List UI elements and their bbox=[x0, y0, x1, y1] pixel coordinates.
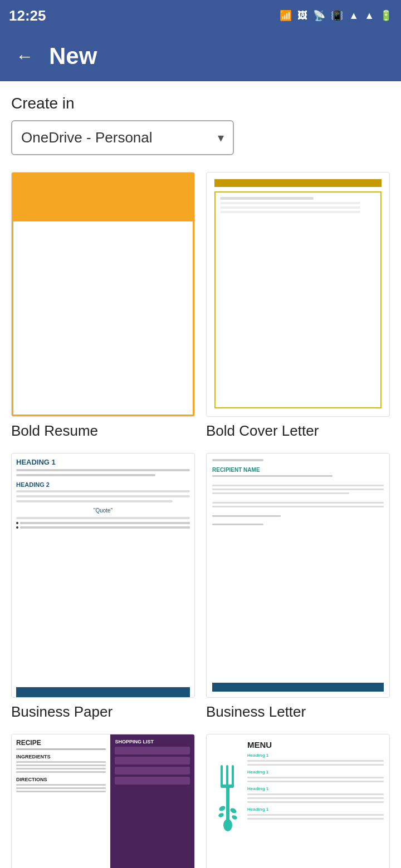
recipe-ing-label: INGREDIENTS bbox=[16, 754, 106, 760]
bl-body-2 bbox=[212, 489, 384, 490]
cover-inner bbox=[214, 191, 382, 408]
bp-line-5 bbox=[16, 500, 173, 502]
business-paper-label: Business Paper bbox=[11, 703, 113, 721]
ri-item2 bbox=[115, 757, 190, 765]
menu-thumb: MENU Heading 1 Heading 1 Heading 1 Headi… bbox=[206, 734, 390, 868]
svg-point-8 bbox=[217, 812, 224, 818]
m-line4 bbox=[247, 781, 384, 782]
m-line5 bbox=[247, 793, 384, 795]
recipe-dir-label: DIRECTIONS bbox=[16, 777, 106, 782]
bl-body-1 bbox=[212, 485, 384, 486]
bold-resume-header bbox=[12, 172, 194, 221]
battery-icon: 🔋 bbox=[380, 9, 392, 22]
bp-heading1: HEADING 1 bbox=[16, 458, 190, 466]
bl-spacer2 bbox=[212, 496, 384, 500]
svg-point-6 bbox=[218, 805, 226, 812]
bp-quote: "Quote" bbox=[16, 507, 190, 514]
r-line1 bbox=[16, 761, 106, 763]
menu-content-area: MENU Heading 1 Heading 1 Heading 1 Headi… bbox=[247, 740, 384, 868]
cover-top-line bbox=[214, 179, 382, 187]
menu-h1-1: Heading 1 bbox=[247, 753, 384, 758]
menu-h1-2: Heading 1 bbox=[247, 770, 384, 775]
status-bar: 12:25 📶 🖼 📡 📳 ▲ ▲ 🔋 bbox=[0, 0, 401, 31]
bl-date bbox=[212, 459, 263, 461]
back-button[interactable]: ← bbox=[11, 44, 38, 69]
svg-rect-0 bbox=[221, 765, 223, 787]
svg-point-7 bbox=[229, 807, 237, 815]
business-paper-thumb: HEADING 1 HEADING 2 "Quote" bbox=[11, 453, 195, 698]
cover-body-line-1 bbox=[220, 202, 360, 204]
template-item-business-paper[interactable]: HEADING 1 HEADING 2 "Quote" bbox=[11, 453, 195, 721]
signal-icon: 📶 bbox=[280, 9, 292, 22]
bp-bullet-line-1 bbox=[20, 522, 190, 524]
recipe-left: RECIPE INGREDIENTS DIRECTIONS bbox=[12, 734, 110, 868]
recipe-subtitle bbox=[16, 748, 106, 750]
main-content: Create in OneDrive - Personal ▾ Bold Res… bbox=[0, 81, 401, 868]
svg-point-5 bbox=[223, 819, 232, 831]
bp-line-2 bbox=[16, 474, 155, 476]
m-line1 bbox=[247, 760, 384, 762]
svg-rect-2 bbox=[232, 765, 234, 787]
menu-fork-area bbox=[212, 740, 243, 868]
bp-bullet-1 bbox=[16, 522, 190, 524]
bold-resume-thumb bbox=[11, 172, 195, 417]
vibrate-icon: 📳 bbox=[331, 9, 343, 22]
bl-recipient: RECIPIENT NAME bbox=[212, 467, 384, 473]
bp-dot-2 bbox=[16, 526, 18, 529]
location-dropdown[interactable]: OneDrive - Personal ▾ bbox=[11, 120, 234, 155]
status-time: 12:25 bbox=[9, 7, 46, 24]
r-line4 bbox=[16, 771, 106, 773]
page-title: New bbox=[49, 43, 97, 70]
template-grid: Bold Resume Bold Cover Letter HEADING 1 bbox=[11, 172, 390, 868]
r-line5 bbox=[16, 784, 106, 786]
ri-item1 bbox=[115, 747, 190, 754]
recipe-shopping-label: SHOPPING LIST bbox=[115, 739, 190, 744]
recipe-right: SHOPPING LIST bbox=[110, 734, 194, 868]
bold-resume-label: Bold Resume bbox=[11, 422, 98, 440]
bp-bullet-2 bbox=[16, 526, 190, 529]
bl-spacer bbox=[212, 479, 384, 482]
m-line7 bbox=[247, 801, 384, 803]
business-letter-thumb: RECIPIENT NAME bbox=[206, 453, 390, 698]
bl-body-4 bbox=[212, 502, 384, 504]
m-line6 bbox=[247, 797, 384, 799]
recipe-thumb: RECIPE INGREDIENTS DIRECTIONS SHOPPING L… bbox=[11, 734, 195, 868]
fork-icon bbox=[217, 746, 239, 857]
status-icons: 📶 🖼 📡 📳 ▲ ▲ 🔋 bbox=[280, 9, 392, 22]
r-line6 bbox=[16, 787, 106, 789]
svg-point-9 bbox=[231, 815, 237, 821]
bp-bullet-line-2 bbox=[20, 526, 190, 529]
bl-body-3 bbox=[212, 492, 349, 494]
bl-name bbox=[212, 524, 263, 525]
bp-heading2: HEADING 2 bbox=[16, 481, 190, 488]
bl-address-line bbox=[212, 475, 332, 477]
create-in-label: Create in bbox=[11, 95, 390, 112]
m-line3 bbox=[247, 777, 384, 778]
template-item-recipe[interactable]: RECIPE INGREDIENTS DIRECTIONS SHOPPING L… bbox=[11, 734, 195, 868]
bp-line-1 bbox=[16, 469, 190, 471]
ri-item4 bbox=[115, 777, 190, 785]
template-item-bold-cover[interactable]: Bold Cover Letter bbox=[206, 172, 390, 440]
top-bar: ← New bbox=[0, 31, 401, 81]
m-line8 bbox=[247, 814, 384, 816]
bp-footer-bar bbox=[16, 687, 190, 697]
r-line2 bbox=[16, 765, 106, 766]
menu-h1-3: Heading 1 bbox=[247, 786, 384, 791]
wifi-icon: ▲ bbox=[349, 10, 359, 22]
r-line7 bbox=[16, 791, 106, 792]
template-item-business-letter[interactable]: RECIPIENT NAME Business Letter bbox=[206, 453, 390, 721]
bl-body-5 bbox=[212, 506, 384, 507]
photo-icon: 🖼 bbox=[297, 10, 307, 22]
bold-cover-label: Bold Cover Letter bbox=[206, 422, 319, 440]
template-item-menu[interactable]: MENU Heading 1 Heading 1 Heading 1 Headi… bbox=[206, 734, 390, 868]
ri-item3 bbox=[115, 767, 190, 775]
dropdown-value: OneDrive - Personal bbox=[21, 129, 153, 146]
bold-cover-thumb bbox=[206, 172, 390, 417]
m-line2 bbox=[247, 764, 384, 766]
chevron-down-icon: ▾ bbox=[218, 131, 224, 145]
menu-title-text: MENU bbox=[247, 740, 384, 749]
cellular-icon: ▲ bbox=[364, 10, 374, 22]
svg-rect-4 bbox=[226, 786, 229, 822]
template-item-bold-resume[interactable]: Bold Resume bbox=[11, 172, 195, 440]
bl-sign bbox=[212, 515, 281, 517]
